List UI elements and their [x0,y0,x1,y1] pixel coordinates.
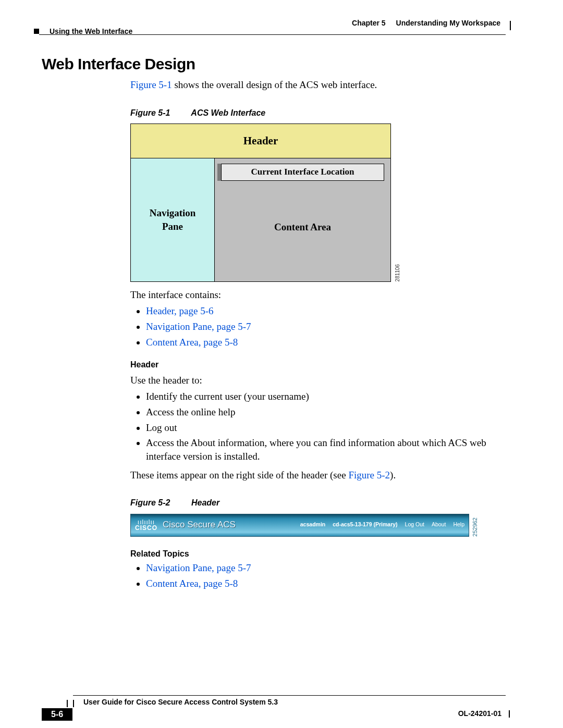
figure-5-2-caption-title: Header [191,498,219,507]
current-user: acsadmin [300,521,325,528]
cisco-logo: ıılıılıı CISCO [135,520,157,531]
related-content-area-link[interactable]: Content Area, page 5-8 [146,578,238,589]
running-head-right: Chapter 5 Understanding My Workspace [352,19,500,27]
figure-5-2-link[interactable]: Figure 5-2 [348,470,390,480]
list-item: Content Area, page 5-8 [146,577,506,590]
help-link[interactable]: Help [453,521,464,528]
intro-rest: shows the overall design of the ACS web … [172,79,377,90]
list-item: Access the About information, where you … [146,436,506,463]
header-tail-pre: These items appear on the right side of … [130,470,348,480]
top-rule [39,34,506,35]
related-topics-list: Navigation Pane, page 5-7 Content Area, … [130,561,506,590]
intro-paragraph: Figure 5-1 shows the overall design of t… [130,78,506,92]
footer-rule [73,695,506,696]
figure-5-1-header-label: Header [131,124,390,158]
figure-5-1-location-label: Current Interface Location [221,164,384,181]
figure-5-2-header-bar: ıılıılıı CISCO Cisco Secure ACS acsadmin… [130,514,469,537]
figure-5-1-nav-line2: Pane [162,221,183,232]
list-item: Navigation Pane, page 5-7 [146,320,506,334]
list-item: Content Area, page 5-8 [146,336,506,349]
footer-doc-number: OL-24201-01 [458,709,501,718]
header-subsection-title: Header [130,359,506,371]
figure-5-1-side-number: 281106 [394,264,403,281]
content-area-link[interactable]: Content Area, page 5-8 [146,337,238,348]
product-name: Cisco Secure ACS [163,519,236,531]
figure-5-1-row: Header Navigation Pane Current Interface… [130,124,506,281]
navigation-pane-link[interactable]: Navigation Pane, page 5-7 [146,321,251,332]
list-item: Identify the current user (your username… [146,390,506,403]
logout-link[interactable]: Log Out [405,521,424,528]
figure-5-1-caption-num: Figure 5-1 [130,108,170,117]
figure-5-1-content-label: Content Area [215,220,390,234]
list-item: Navigation Pane, page 5-7 [146,561,506,575]
current-host: cd-acs5-13-179 (Primary) [333,521,397,528]
chapter-title: Understanding My Workspace [396,19,500,27]
figure-5-1-nav-line1: Navigation [150,207,196,218]
list-item: Header, page 5-6 [146,304,506,318]
header-right-links: acsadmin cd-acs5-13-179 (Primary) Log Ou… [300,521,464,528]
figure-5-1-content-area: Current Interface Location Content Area [215,158,390,281]
footer-tick-left [67,700,74,707]
chapter-label: Chapter 5 [352,19,386,27]
figure-5-1-caption-title: ACS Web Interface [191,108,265,117]
figure-5-2-caption-num: Figure 5-2 [130,498,170,507]
interface-contains-lead: The interface contains: [130,288,506,302]
related-topics-title: Related Topics [130,548,506,560]
page-number-badge: 5-6 [42,708,72,721]
section-body: Figure 5-1 shows the overall design of t… [130,78,506,590]
header-use-list: Identify the current user (your username… [130,390,506,463]
about-link[interactable]: About [432,521,446,528]
section-title: Web Interface Design [42,55,506,73]
header-marker-left [34,29,39,34]
header-marker-right [510,21,511,30]
list-item: Access the online help [146,405,506,419]
footer-tick-right [509,710,510,718]
page: Using the Web Interface Chapter 5 Unders… [0,0,563,728]
figure-5-2-side-number: 252962 [471,517,479,537]
header-lead: Use the header to: [130,374,506,387]
header-tail-post: ). [390,470,396,480]
figure-5-1-link[interactable]: Figure 5-1 [130,79,172,90]
list-item: Log out [146,421,506,435]
cisco-wordmark: CISCO [135,525,157,531]
interface-contains-list: Header, page 5-6 Navigation Pane, page 5… [130,304,506,349]
header-tail-paragraph: These items appear on the right side of … [130,468,506,482]
figure-5-2-caption: Figure 5-2 Header [130,497,506,509]
figure-5-2-row: ıılıılıı CISCO Cisco Secure ACS acsadmin… [130,514,506,537]
footer-book-title: User Guide for Cisco Secure Access Contr… [83,698,278,706]
related-nav-pane-link[interactable]: Navigation Pane, page 5-7 [146,562,251,573]
figure-5-1-caption: Figure 5-1 ACS Web Interface [130,107,506,119]
figure-5-1-nav-label: Navigation Pane [131,158,215,281]
header-page-link[interactable]: Header, page 5-6 [146,305,214,316]
figure-5-1: Header Navigation Pane Current Interface… [130,124,391,281]
